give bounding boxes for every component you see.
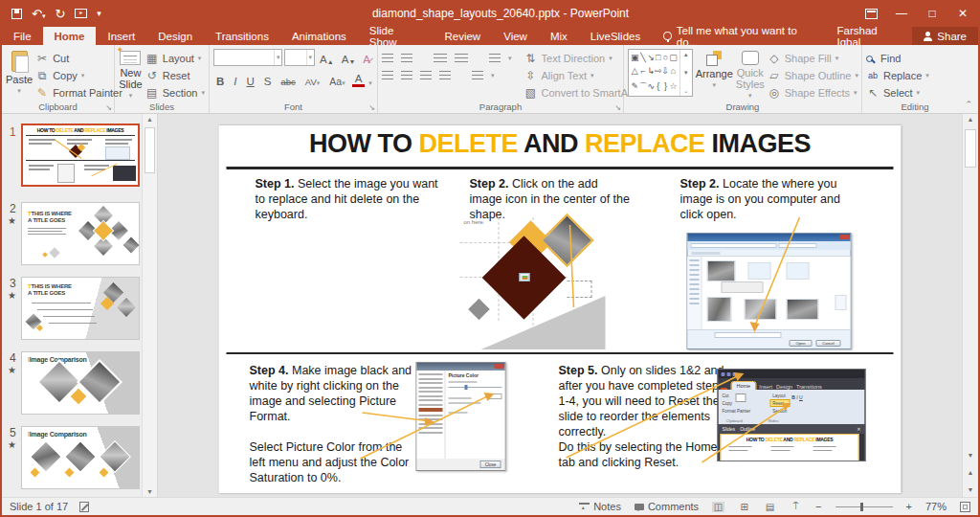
redo-icon[interactable]: ↻ xyxy=(55,7,65,21)
shape-outline-button[interactable]: ▱Shape Outline▾ xyxy=(768,69,858,83)
fit-slide-to-window-button[interactable] xyxy=(960,502,970,512)
find-button[interactable]: Find xyxy=(866,52,929,66)
thumb-scroll-thumb[interactable] xyxy=(145,127,155,173)
shape-effects-button[interactable]: ◎Shape Effects▾ xyxy=(768,85,858,100)
clear-formatting-button[interactable]: A̷ xyxy=(360,50,373,65)
shape-fill-button[interactable]: ◇Shape Fill▾ xyxy=(768,52,858,66)
clipboard-dialog-launcher[interactable]: ↘ xyxy=(105,103,112,112)
previous-slide-button[interactable]: ▲ xyxy=(963,469,978,476)
tab-view[interactable]: View xyxy=(492,27,539,45)
maximize-button[interactable]: □ xyxy=(917,0,947,27)
font-color-caret[interactable]: ▾ xyxy=(368,79,372,87)
tab-liveslides[interactable]: LiveSlides xyxy=(579,27,652,45)
ribbon-display-options-button[interactable] xyxy=(856,0,886,27)
thumb-scroll-down-icon[interactable]: ▼ xyxy=(144,488,156,495)
scroll-up-icon[interactable]: ▲ xyxy=(963,116,978,123)
save-icon[interactable] xyxy=(11,9,22,19)
font-size-combobox[interactable]: ▾ xyxy=(284,49,315,66)
numbering-icon[interactable] xyxy=(401,54,412,62)
slide-sorter-view-button[interactable]: ⊞ xyxy=(738,502,750,512)
tab-file[interactable]: File xyxy=(2,27,43,45)
quick-styles-button[interactable]: Quick Styles▾ xyxy=(736,49,765,100)
shapes-scrollbar[interactable]: ▲▼⌄ xyxy=(679,50,692,96)
tab-home[interactable]: Home xyxy=(43,27,97,45)
slide-editing-surface[interactable]: HOW TO DELETE AND REPLACE IMAGES Step 1.… xyxy=(219,125,902,493)
shapes-gallery[interactable]: ▣╲↘□○▢ △⌐↳⇨⇩⌂ ✎⌒∿{}☆ ▲▼⌄ xyxy=(628,49,693,97)
zoom-out-button[interactable]: − xyxy=(815,501,821,512)
thumbnail-scrollbar[interactable]: ▲ ▼ xyxy=(142,114,157,497)
slide-thumbnail-3[interactable]: TTHIS IS WHEREA TITLE GOES xyxy=(21,277,140,340)
bullets-icon[interactable] xyxy=(382,54,393,62)
vertical-scrollbar[interactable]: ▲ ▼ ▲ ▼ xyxy=(962,114,978,497)
replace-button[interactable]: abReplace▾ xyxy=(866,69,929,83)
tab-insert[interactable]: Insert xyxy=(96,27,146,45)
share-button[interactable]: Share xyxy=(912,27,978,45)
tab-animations[interactable]: Animations xyxy=(280,27,358,45)
scroll-thumb[interactable] xyxy=(965,129,976,168)
slide-thumbnail-5[interactable]: IImage Comparison xyxy=(21,426,140,489)
slideshow-view-button[interactable]: ⍑ xyxy=(790,502,802,512)
arrange-button[interactable]: Arrange▾ xyxy=(696,49,733,100)
undo-icon[interactable]: ↶▾ xyxy=(32,7,45,21)
select-button[interactable]: ↖Select▾ xyxy=(866,85,929,100)
notes-button[interactable]: Notes xyxy=(579,501,621,512)
font-dialog-launcher[interactable]: ↘ xyxy=(368,103,375,112)
close-button[interactable]: ✕ xyxy=(947,0,978,27)
align-left-icon[interactable] xyxy=(382,71,393,79)
tab-review[interactable]: Review xyxy=(433,27,492,45)
strikethrough-button[interactable]: abc xyxy=(278,72,299,87)
reset-button[interactable]: ↺Reset xyxy=(145,69,205,83)
font-name-combobox[interactable]: ▾ xyxy=(213,49,282,66)
paragraph-dialog-launcher[interactable]: ↘ xyxy=(614,103,621,112)
align-center-icon[interactable] xyxy=(401,71,412,79)
normal-view-button[interactable]: ◫ xyxy=(712,502,724,512)
decrease-indent-icon[interactable] xyxy=(434,54,447,62)
thumb-scroll-up-icon[interactable]: ▲ xyxy=(144,116,156,123)
tab-mix[interactable]: Mix xyxy=(539,27,579,45)
copy-button[interactable]: ⧉Copy▾ xyxy=(35,69,122,83)
format-painter-button[interactable]: ✎Format Painter xyxy=(35,85,122,100)
underline-button[interactable]: U xyxy=(244,72,257,87)
tab-slide-show[interactable]: Slide Show xyxy=(358,27,434,45)
change-case-button[interactable]: Aa▾ xyxy=(326,72,347,87)
scroll-down-icon[interactable]: ▼ xyxy=(963,452,978,459)
text-shadow-button[interactable]: S xyxy=(261,72,275,87)
zoom-slider[interactable] xyxy=(835,506,893,507)
slide-thumbnail-4[interactable]: IImage Comparison xyxy=(21,351,140,415)
next-slide-button[interactable]: ▼ xyxy=(963,486,978,493)
section-button[interactable]: ▤Section▾ xyxy=(145,85,205,100)
align-right-icon[interactable] xyxy=(420,71,432,79)
paste-button[interactable]: Paste ▾ xyxy=(6,49,33,100)
reading-view-button[interactable]: ▤ xyxy=(764,502,776,512)
tab-design[interactable]: Design xyxy=(146,27,204,45)
slide-thumbnail-1[interactable]: HOW TO DELETE AND REPLACE IMAGES xyxy=(21,124,140,187)
zoom-level[interactable]: 77% xyxy=(925,501,947,512)
slide-thumbnail-2[interactable]: TTHIS IS WHEREA TITLE GOES xyxy=(21,202,140,265)
font-color-button[interactable]: A xyxy=(352,72,366,87)
start-slideshow-icon[interactable]: ▸ xyxy=(75,9,87,18)
increase-indent-icon[interactable] xyxy=(455,54,468,62)
grow-font-button[interactable]: A▲ xyxy=(317,50,337,65)
zoom-in-button[interactable]: + xyxy=(906,501,912,512)
italic-button[interactable]: I xyxy=(231,72,239,87)
columns-icon[interactable] xyxy=(472,71,483,79)
tell-me-box[interactable]: Tell me what you want to do... xyxy=(652,27,825,45)
justify-icon[interactable] xyxy=(439,71,451,79)
line-spacing-icon[interactable] xyxy=(489,54,501,62)
comments-button[interactable]: Comments xyxy=(635,501,699,512)
proofing-icon[interactable] xyxy=(79,502,89,512)
lightbulb-icon xyxy=(663,32,672,40)
zoom-slider-thumb[interactable] xyxy=(860,503,863,511)
customize-qat-icon[interactable]: ▾ xyxy=(97,9,101,18)
tab-transitions[interactable]: Transitions xyxy=(204,27,280,45)
slide-counter[interactable]: Slide 1 of 17 xyxy=(10,501,68,512)
layout-button[interactable]: ▦Layout▾ xyxy=(145,52,205,66)
new-slide-button[interactable]: New Slide ▾ xyxy=(119,49,143,100)
account-name[interactable]: Farshad Iqbal xyxy=(825,27,912,45)
bold-button[interactable]: B xyxy=(213,72,227,87)
minimize-button[interactable]: — xyxy=(886,0,917,27)
cut-button[interactable]: ✂Cut xyxy=(35,52,122,66)
character-spacing-button[interactable]: AV▾ xyxy=(302,72,323,87)
shrink-font-button[interactable]: A▼ xyxy=(339,50,359,65)
collapse-ribbon-button[interactable]: ⌃ xyxy=(965,100,972,109)
